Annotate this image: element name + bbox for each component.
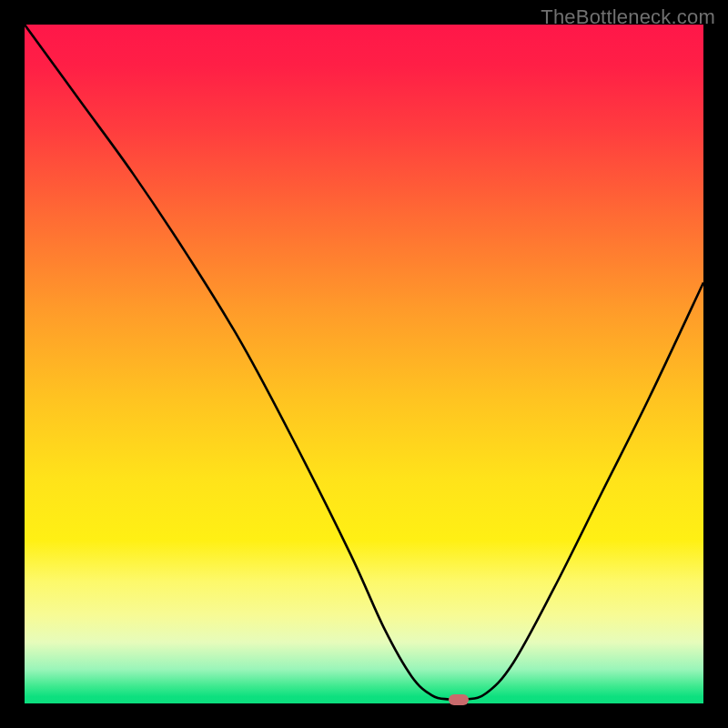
chart-container: TheBottleneck.com: [0, 0, 728, 728]
optimal-marker: [449, 694, 469, 705]
plot-area: [25, 25, 703, 703]
gradient-background: [25, 25, 703, 703]
watermark-text: TheBottleneck.com: [541, 5, 715, 29]
